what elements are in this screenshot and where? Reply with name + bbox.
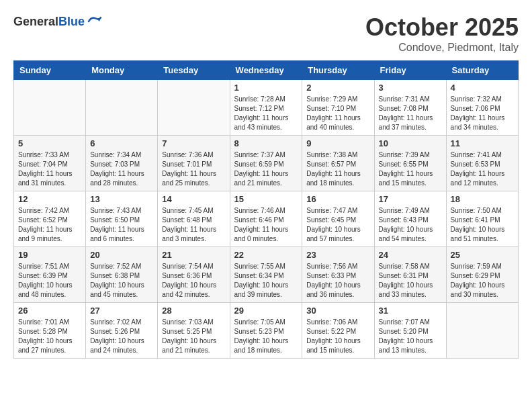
- col-friday: Friday: [374, 61, 446, 80]
- calendar-cell: 8Sunrise: 7:37 AM Sunset: 6:59 PM Daylig…: [230, 136, 302, 191]
- calendar-cell: 9Sunrise: 7:38 AM Sunset: 6:57 PM Daylig…: [302, 136, 374, 191]
- col-wednesday: Wednesday: [230, 61, 302, 80]
- day-number: 22: [234, 250, 298, 260]
- day-info: Sunrise: 7:31 AM Sunset: 7:08 PM Dayligh…: [379, 95, 442, 132]
- calendar-cell: 10Sunrise: 7:39 AM Sunset: 6:55 PM Dayli…: [374, 136, 446, 191]
- day-info: Sunrise: 7:28 AM Sunset: 7:12 PM Dayligh…: [234, 95, 298, 132]
- col-sunday: Sunday: [14, 61, 86, 80]
- day-info: Sunrise: 7:58 AM Sunset: 6:31 PM Dayligh…: [379, 262, 442, 300]
- col-thursday: Thursday: [302, 61, 374, 80]
- day-number: 26: [18, 306, 81, 316]
- calendar-cell: [446, 303, 518, 359]
- day-number: 1: [234, 83, 298, 93]
- day-number: 28: [162, 306, 225, 316]
- day-info: Sunrise: 7:49 AM Sunset: 6:43 PM Dayligh…: [379, 206, 442, 244]
- day-number: 9: [306, 138, 369, 148]
- calendar-cell: [158, 80, 230, 136]
- calendar-header-row: Sunday Monday Tuesday Wednesday Thursday…: [14, 61, 519, 80]
- calendar-cell: 23Sunrise: 7:56 AM Sunset: 6:33 PM Dayli…: [302, 247, 374, 303]
- day-number: 24: [379, 250, 442, 260]
- day-number: 31: [379, 306, 442, 316]
- calendar-cell: 24Sunrise: 7:58 AM Sunset: 6:31 PM Dayli…: [374, 247, 446, 303]
- calendar-cell: 11Sunrise: 7:41 AM Sunset: 6:53 PM Dayli…: [446, 136, 518, 191]
- day-info: Sunrise: 7:51 AM Sunset: 6:39 PM Dayligh…: [18, 262, 81, 300]
- day-info: Sunrise: 7:46 AM Sunset: 6:46 PM Dayligh…: [234, 206, 298, 244]
- day-number: 15: [234, 194, 298, 204]
- page-header: GeneralBlue October 2025 Condove, Piedmo…: [13, 13, 519, 54]
- calendar-cell: 29Sunrise: 7:05 AM Sunset: 5:23 PM Dayli…: [230, 303, 302, 359]
- day-number: 10: [379, 138, 442, 148]
- calendar-cell: 4Sunrise: 7:32 AM Sunset: 7:06 PM Daylig…: [446, 80, 518, 136]
- calendar-cell: 17Sunrise: 7:49 AM Sunset: 6:43 PM Dayli…: [374, 191, 446, 247]
- logo: GeneralBlue: [13, 13, 102, 30]
- calendar-week-row: 19Sunrise: 7:51 AM Sunset: 6:39 PM Dayli…: [14, 247, 519, 303]
- day-info: Sunrise: 7:56 AM Sunset: 6:33 PM Dayligh…: [306, 262, 369, 300]
- logo-icon: [86, 13, 102, 30]
- day-info: Sunrise: 7:32 AM Sunset: 7:06 PM Dayligh…: [451, 95, 514, 132]
- day-number: 3: [379, 83, 442, 93]
- day-info: Sunrise: 7:59 AM Sunset: 6:29 PM Dayligh…: [451, 262, 514, 300]
- calendar-cell: 1Sunrise: 7:28 AM Sunset: 7:12 PM Daylig…: [230, 80, 302, 136]
- calendar-cell: 31Sunrise: 7:07 AM Sunset: 5:20 PM Dayli…: [374, 303, 446, 359]
- col-saturday: Saturday: [446, 61, 518, 80]
- calendar-table: Sunday Monday Tuesday Wednesday Thursday…: [13, 60, 519, 359]
- calendar-week-row: 12Sunrise: 7:42 AM Sunset: 6:52 PM Dayli…: [14, 191, 519, 247]
- title-section: October 2025 Condove, Piedmont, Italy: [365, 13, 519, 54]
- calendar-cell: 3Sunrise: 7:31 AM Sunset: 7:08 PM Daylig…: [374, 80, 446, 136]
- location-title: Condove, Piedmont, Italy: [365, 42, 519, 54]
- day-info: Sunrise: 7:05 AM Sunset: 5:23 PM Dayligh…: [234, 318, 298, 355]
- calendar-cell: 5Sunrise: 7:33 AM Sunset: 7:04 PM Daylig…: [14, 136, 86, 191]
- calendar-cell: 28Sunrise: 7:03 AM Sunset: 5:25 PM Dayli…: [158, 303, 230, 359]
- day-number: 21: [162, 250, 225, 260]
- day-info: Sunrise: 7:47 AM Sunset: 6:45 PM Dayligh…: [306, 206, 369, 244]
- calendar-cell: 15Sunrise: 7:46 AM Sunset: 6:46 PM Dayli…: [230, 191, 302, 247]
- day-info: Sunrise: 7:29 AM Sunset: 7:10 PM Dayligh…: [306, 95, 369, 132]
- day-number: 8: [234, 138, 298, 148]
- calendar-cell: 27Sunrise: 7:02 AM Sunset: 5:26 PM Dayli…: [86, 303, 158, 359]
- col-tuesday: Tuesday: [158, 61, 230, 80]
- day-info: Sunrise: 7:38 AM Sunset: 6:57 PM Dayligh…: [306, 150, 369, 188]
- calendar-cell: [86, 80, 158, 136]
- day-info: Sunrise: 7:55 AM Sunset: 6:34 PM Dayligh…: [234, 262, 298, 300]
- day-number: 19: [18, 250, 81, 260]
- calendar-cell: 6Sunrise: 7:34 AM Sunset: 7:03 PM Daylig…: [86, 136, 158, 191]
- day-number: 23: [306, 250, 369, 260]
- day-number: 5: [18, 138, 81, 148]
- calendar-cell: 12Sunrise: 7:42 AM Sunset: 6:52 PM Dayli…: [14, 191, 86, 247]
- day-info: Sunrise: 7:45 AM Sunset: 6:48 PM Dayligh…: [162, 206, 225, 244]
- day-info: Sunrise: 7:02 AM Sunset: 5:26 PM Dayligh…: [90, 318, 153, 355]
- day-number: 2: [306, 83, 369, 93]
- calendar-week-row: 5Sunrise: 7:33 AM Sunset: 7:04 PM Daylig…: [14, 136, 519, 191]
- day-number: 7: [162, 138, 225, 148]
- calendar-cell: 14Sunrise: 7:45 AM Sunset: 6:48 PM Dayli…: [158, 191, 230, 247]
- day-info: Sunrise: 7:50 AM Sunset: 6:41 PM Dayligh…: [451, 206, 514, 244]
- calendar-cell: 2Sunrise: 7:29 AM Sunset: 7:10 PM Daylig…: [302, 80, 374, 136]
- calendar-week-row: 1Sunrise: 7:28 AM Sunset: 7:12 PM Daylig…: [14, 80, 519, 136]
- logo-general: GeneralBlue: [13, 15, 85, 29]
- calendar-cell: 21Sunrise: 7:54 AM Sunset: 6:36 PM Dayli…: [158, 247, 230, 303]
- day-number: 29: [234, 306, 298, 316]
- day-number: 11: [451, 138, 514, 148]
- calendar-cell: 13Sunrise: 7:43 AM Sunset: 6:50 PM Dayli…: [86, 191, 158, 247]
- calendar-cell: 20Sunrise: 7:52 AM Sunset: 6:38 PM Dayli…: [86, 247, 158, 303]
- day-number: 14: [162, 194, 225, 204]
- day-info: Sunrise: 7:01 AM Sunset: 5:28 PM Dayligh…: [18, 318, 81, 355]
- col-monday: Monday: [86, 61, 158, 80]
- day-info: Sunrise: 7:07 AM Sunset: 5:20 PM Dayligh…: [379, 318, 442, 355]
- day-info: Sunrise: 7:34 AM Sunset: 7:03 PM Dayligh…: [90, 150, 153, 188]
- day-info: Sunrise: 7:06 AM Sunset: 5:22 PM Dayligh…: [306, 318, 369, 355]
- calendar-cell: 18Sunrise: 7:50 AM Sunset: 6:41 PM Dayli…: [446, 191, 518, 247]
- calendar-cell: 25Sunrise: 7:59 AM Sunset: 6:29 PM Dayli…: [446, 247, 518, 303]
- day-number: 4: [451, 83, 514, 93]
- calendar-cell: 16Sunrise: 7:47 AM Sunset: 6:45 PM Dayli…: [302, 191, 374, 247]
- day-info: Sunrise: 7:39 AM Sunset: 6:55 PM Dayligh…: [379, 150, 442, 188]
- day-info: Sunrise: 7:36 AM Sunset: 7:01 PM Dayligh…: [162, 150, 225, 188]
- calendar-cell: 22Sunrise: 7:55 AM Sunset: 6:34 PM Dayli…: [230, 247, 302, 303]
- day-info: Sunrise: 7:42 AM Sunset: 6:52 PM Dayligh…: [18, 206, 81, 244]
- calendar-cell: [14, 80, 86, 136]
- day-info: Sunrise: 7:54 AM Sunset: 6:36 PM Dayligh…: [162, 262, 225, 300]
- day-number: 13: [90, 194, 153, 204]
- day-number: 6: [90, 138, 153, 148]
- calendar-week-row: 26Sunrise: 7:01 AM Sunset: 5:28 PM Dayli…: [14, 303, 519, 359]
- month-title: October 2025: [365, 13, 519, 42]
